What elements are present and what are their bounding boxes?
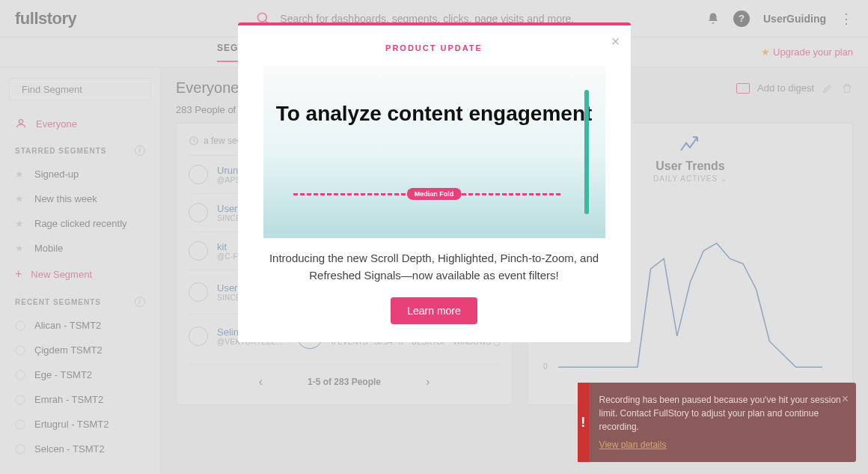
modal-image: To analyze content engagement Median Fol… <box>263 66 605 238</box>
modal-image-title: To analyze content engagement <box>263 102 605 126</box>
close-icon[interactable]: × <box>842 390 849 408</box>
scroll-bar-graphic <box>584 90 589 214</box>
learn-more-button[interactable]: Learn more <box>391 297 477 324</box>
warning-icon: ! <box>578 383 589 462</box>
modal-badge: PRODUCT UPDATE <box>256 43 613 52</box>
warning-toast: ! Recording has been paused because you'… <box>578 383 856 462</box>
toast-text: Recording has been paused because you've… <box>599 395 841 432</box>
median-fold-pill: Median Fold <box>407 188 462 200</box>
modal-text: Introducing the new Scroll Depth, Highli… <box>256 250 613 284</box>
product-update-modal: × PRODUCT UPDATE To analyze content enga… <box>238 22 631 342</box>
toast-link[interactable]: View plan details <box>599 438 846 452</box>
close-icon[interactable]: × <box>611 33 620 50</box>
